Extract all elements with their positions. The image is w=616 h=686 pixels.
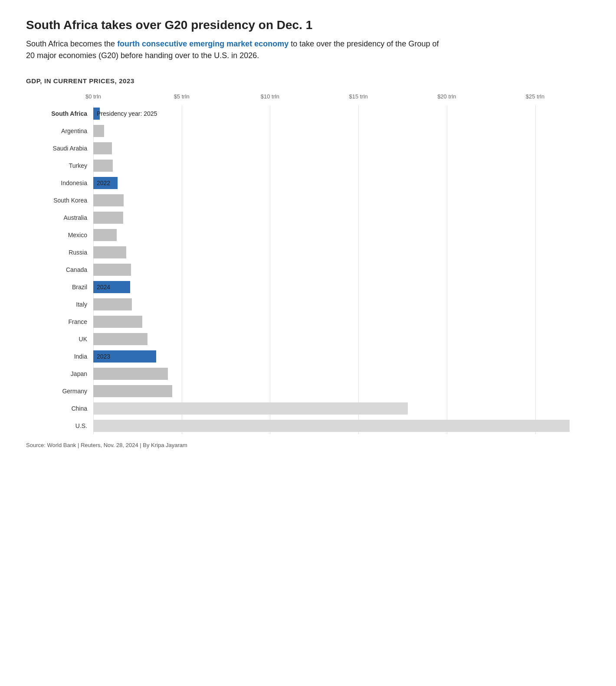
bar-track-5 (93, 192, 590, 209)
bar-16 (93, 385, 172, 397)
axis-tick-5: $25 trln (526, 93, 544, 100)
article-title: South Africa takes over G20 presidency o… (26, 17, 590, 33)
subtitle-text-before: South Africa becomes the (26, 39, 117, 48)
country-label-12: France (26, 318, 93, 325)
bar-12 (93, 316, 142, 328)
country-label-0: South Africa (26, 110, 93, 117)
chart-source: Source: World Bank | Reuters, Nov. 28, 2… (26, 442, 590, 448)
bar-15 (93, 368, 168, 380)
axis-tick-3: $15 trln (349, 93, 367, 100)
bar-track-18 (93, 418, 590, 434)
country-label-3: Turkey (26, 162, 93, 169)
bar-track-6 (93, 209, 590, 226)
country-label-16: Germany (26, 388, 93, 395)
country-label-15: Japan (26, 370, 93, 377)
bar-year-label-14: 2023 (97, 353, 110, 360)
bar-year-label-4: 2022 (97, 180, 110, 186)
bar-7 (93, 229, 117, 241)
bar-8 (93, 246, 126, 258)
article-subtitle: South Africa becomes the fourth consecut… (26, 38, 442, 62)
chart-wrapper: $0 trln$5 trln$10 trln$15 trln$20 trln$2… (26, 93, 590, 434)
bar-11 (93, 298, 132, 310)
bar-track-11 (93, 296, 590, 313)
bar-0: Presidency year: 2025 (93, 108, 100, 120)
table-row: Canada (26, 261, 590, 278)
bar-6 (93, 212, 123, 224)
table-row: Australia (26, 209, 590, 226)
bar-track-3 (93, 157, 590, 174)
table-row: South AfricaPresidency year: 2025 (26, 105, 590, 122)
table-row: U.S. (26, 418, 590, 434)
axis-tick-2: $10 trln (261, 93, 279, 100)
axis-tick-0: $0 trln (85, 93, 101, 100)
axis-tick-1: $5 trln (174, 93, 190, 100)
bar-track-1 (93, 123, 590, 139)
bar-track-13 (93, 331, 590, 347)
bar-14: 2023 (93, 350, 156, 363)
bar-18 (93, 420, 570, 432)
bar-year-label-0: Presidency year: 2025 (97, 110, 157, 117)
subtitle-highlight[interactable]: fourth consecutive emerging market econo… (117, 39, 288, 48)
country-label-18: U.S. (26, 422, 93, 429)
country-label-6: Australia (26, 214, 93, 221)
bar-track-14: 2023 (93, 348, 590, 365)
country-label-10: Brazil (26, 284, 93, 291)
bar-1 (93, 125, 104, 137)
country-label-5: South Korea (26, 197, 93, 204)
country-label-7: Mexico (26, 232, 93, 238)
chart-title: GDP, IN CURRENT PRICES, 2023 (26, 77, 590, 85)
bar-track-17 (93, 400, 590, 417)
bar-chart: South AfricaPresidency year: 2025Argenti… (26, 105, 590, 434)
bar-17 (93, 402, 408, 415)
country-label-11: Italy (26, 301, 93, 308)
table-row: Argentina (26, 123, 590, 139)
bar-track-16 (93, 383, 590, 399)
bar-year-label-10: 2024 (97, 284, 110, 291)
country-label-14: India (26, 353, 93, 360)
table-row: Indonesia2022 (26, 175, 590, 191)
table-row: Mexico (26, 227, 590, 243)
table-row: Italy (26, 296, 590, 313)
country-label-4: Indonesia (26, 180, 93, 186)
bar-13 (93, 333, 147, 345)
bar-track-15 (93, 366, 590, 382)
country-label-13: UK (26, 336, 93, 343)
bar-2 (93, 142, 112, 154)
table-row: Russia (26, 244, 590, 261)
bar-track-0: Presidency year: 2025 (93, 105, 590, 122)
table-row: India2023 (26, 348, 590, 365)
table-row: France (26, 314, 590, 330)
bar-track-10: 2024 (93, 279, 590, 295)
bar-5 (93, 194, 124, 206)
bar-track-2 (93, 140, 590, 157)
table-row: Turkey (26, 157, 590, 174)
bar-track-8 (93, 244, 590, 261)
country-label-17: China (26, 405, 93, 412)
table-row: China (26, 400, 590, 417)
table-row: Japan (26, 366, 590, 382)
bar-10: 2024 (93, 281, 130, 293)
table-row: UK (26, 331, 590, 347)
chart-container: GDP, IN CURRENT PRICES, 2023 $0 trln$5 t… (26, 77, 590, 448)
table-row: Brazil2024 (26, 279, 590, 295)
country-label-1: Argentina (26, 127, 93, 134)
country-label-2: Saudi Arabia (26, 145, 93, 152)
country-label-9: Canada (26, 266, 93, 273)
bar-4: 2022 (93, 177, 118, 189)
bar-3 (93, 160, 113, 172)
bar-track-12 (93, 314, 590, 330)
country-label-8: Russia (26, 249, 93, 256)
axis-tick-4: $20 trln (437, 93, 456, 100)
table-row: South Korea (26, 192, 590, 209)
bar-track-7 (93, 227, 590, 243)
bar-9 (93, 264, 131, 276)
table-row: Germany (26, 383, 590, 399)
bar-track-9 (93, 261, 590, 278)
bar-track-4: 2022 (93, 175, 590, 191)
table-row: Saudi Arabia (26, 140, 590, 157)
